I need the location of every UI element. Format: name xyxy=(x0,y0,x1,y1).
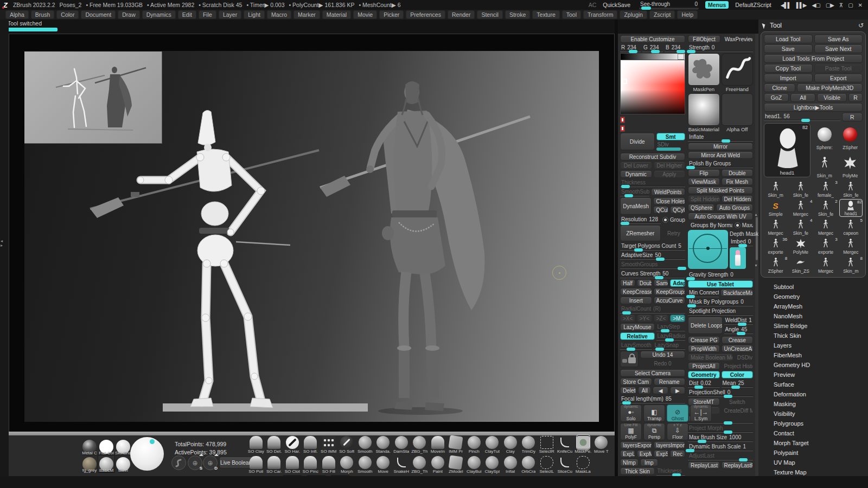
tool-thumbnail-skin-fe[interactable]: 4Skin_fe xyxy=(789,218,812,236)
dynamesh-button[interactable]: DynaMesh xyxy=(620,197,652,215)
menu-edit[interactable]: Edit xyxy=(178,10,196,19)
slider-handle[interactable] xyxy=(687,304,696,307)
dist-slider[interactable]: Dist0.02 xyxy=(688,380,720,388)
basicmaterial-thumbnail[interactable]: BasicMaterial xyxy=(688,93,720,132)
slider-handle[interactable] xyxy=(621,222,629,225)
material-skinsha[interactable]: SkinSha xyxy=(115,438,131,455)
section-preview[interactable]: Preview xyxy=(758,370,868,380)
mask-by-polygroups-slider[interactable]: Mask By Polygroups0 xyxy=(688,298,753,306)
x-button[interactable]: >X< xyxy=(620,314,635,322)
brush-claybui[interactable]: ClayBui xyxy=(465,455,483,475)
save-next-button[interactable]: Save Next xyxy=(814,44,863,53)
tool-thumbnail-capeon[interactable]: 5capeon xyxy=(839,218,863,236)
brush-morph[interactable]: Morph xyxy=(339,455,356,475)
color-button[interactable]: Color xyxy=(722,371,754,378)
projectall-button[interactable]: ProjectAll xyxy=(688,362,720,370)
brush-selectr[interactable]: SelectR xyxy=(538,435,556,455)
lightbox-tools-button[interactable]: Lightbox▶Tools xyxy=(764,103,863,112)
redo-0-button[interactable]: Redo 0 xyxy=(640,359,685,367)
depth-brush-icon[interactable] xyxy=(730,247,746,269)
section-geometry-hd[interactable]: Geometry HD xyxy=(758,360,868,370)
brush-movein[interactable]: MoveIn xyxy=(429,435,446,455)
tool-thumbnail-mergec[interactable]: Mergec xyxy=(764,218,787,236)
mean-slider[interactable]: Mean25 xyxy=(722,380,754,388)
crease-pg-button[interactable]: Crease PG xyxy=(688,336,720,344)
replaylast-button[interactable]: ReplayLast xyxy=(688,461,720,469)
b-slider[interactable]: B234 xyxy=(665,44,685,52)
menu-stencil[interactable]: Stencil xyxy=(477,10,503,19)
slider-handle[interactable] xyxy=(655,276,663,279)
slider-handle[interactable] xyxy=(656,258,665,261)
minimize-icon[interactable]: ⊼ xyxy=(837,2,845,8)
item-button[interactable]: ▶ xyxy=(670,387,685,394)
slider-handle[interactable] xyxy=(655,348,664,351)
section-morph-target[interactable]: Morph Target xyxy=(758,438,868,448)
tool-thumbnail-simple[interactable]: SSimple xyxy=(764,199,787,217)
section-subtool[interactable]: Subtool xyxy=(758,282,868,292)
tool-thumbnail-female[interactable]: 3female_ xyxy=(814,180,838,198)
brush-slicecu[interactable]: SliceCu xyxy=(557,455,574,475)
slider-handle[interactable] xyxy=(686,277,695,280)
layersimport-button[interactable]: layersImport xyxy=(654,441,686,449)
close-holes-button[interactable]: Close Holes xyxy=(653,197,685,205)
keepgroups-button[interactable]: KeepGroups xyxy=(654,288,686,296)
adaptivesize-slider[interactable]: AdaptiveSize50 xyxy=(620,252,685,260)
same-button[interactable]: Same xyxy=(654,279,669,287)
freehand-thumbnail[interactable]: FreeHand xyxy=(722,53,754,92)
project-morph-slider[interactable]: Project Morph xyxy=(688,425,753,433)
color-picker[interactable] xyxy=(620,53,685,114)
double-button[interactable]: Double xyxy=(637,279,652,287)
value-strip[interactable] xyxy=(620,53,685,60)
radialcount-slider[interactable]: RadialCount(R) xyxy=(620,305,685,313)
section-arraymesh[interactable]: ArrayMesh xyxy=(758,301,868,311)
save-as-button[interactable]: Save As xyxy=(814,35,863,43)
creatediff-mes-button[interactable]: CreateDiff Mes xyxy=(722,407,754,414)
select-camera-button[interactable]: Select Camera xyxy=(620,369,685,377)
save-button[interactable]: Save xyxy=(764,44,813,53)
brush-snakeh[interactable]: SnakeH xyxy=(393,455,410,475)
menu-material[interactable]: Material xyxy=(322,10,351,19)
y-button[interactable]: >Y< xyxy=(637,314,652,322)
dsdiv-button[interactable]: DSDiv xyxy=(735,354,753,361)
auto-groups-with-uv-button[interactable]: Auto Groups With UV xyxy=(688,213,753,220)
export-button[interactable]: Export xyxy=(814,74,863,82)
section-nanomesh[interactable]: NanoMesh xyxy=(758,311,868,321)
head1-slider[interactable]: head1.56 xyxy=(764,113,840,121)
viewmask-button[interactable]: ViewMask xyxy=(688,178,720,185)
backfacemask-button[interactable]: BackfaceMask xyxy=(720,289,753,297)
z-button[interactable]: >Z< xyxy=(654,314,669,322)
active-tool-thumbnail[interactable]: 82 head1 xyxy=(764,123,810,177)
section-polygroups[interactable]: Polygroups xyxy=(758,419,868,428)
tray-collapse-right-icon[interactable]: ▌▌▶ xyxy=(794,2,809,8)
dynamic-button[interactable]: Dynamic xyxy=(620,170,652,178)
apply-button[interactable]: Apply xyxy=(654,170,686,178)
restore-icon[interactable]: ▢ xyxy=(845,2,855,8)
brush-knifecu[interactable]: KnifeCu xyxy=(557,435,574,455)
r-button[interactable]: R xyxy=(848,93,863,102)
lazysmooth-slider[interactable]: LazySmooth xyxy=(620,342,652,350)
lazymouse-button[interactable]: LazyMouse xyxy=(620,323,655,331)
tool-thumbnail-skin-zs[interactable]: Skin_ZS xyxy=(789,256,812,274)
tool-thumbnail-zspher[interactable]: ZSpher xyxy=(838,123,863,150)
polyf-toggle[interactable]: Line Fill▦PolyF xyxy=(620,423,642,440)
quicksave-button[interactable]: QuickSave xyxy=(601,2,633,8)
zremesher-button[interactable]: ZRemesher xyxy=(620,225,661,241)
reconstruct-subdiv-button[interactable]: Reconstruct Subdiv xyxy=(620,153,685,160)
section-surface[interactable]: Surface xyxy=(758,380,868,389)
tool-thumbnail-skin-fe[interactable]: 2Skin_fe xyxy=(814,199,838,217)
slider-handle[interactable] xyxy=(737,332,745,335)
half-button[interactable]: Half xyxy=(620,279,635,287)
undo-14-button[interactable]: Undo 14 xyxy=(640,351,685,358)
copy-tool-button[interactable]: Copy Tool xyxy=(764,64,813,73)
slider-handle[interactable] xyxy=(665,338,674,342)
slider-handle[interactable] xyxy=(738,323,746,326)
r-button[interactable]: R xyxy=(842,113,863,121)
item-button[interactable]: ◀ xyxy=(653,387,668,394)
slider-handle[interactable] xyxy=(698,440,706,443)
lock-camera-icon[interactable] xyxy=(620,351,639,367)
smt-button[interactable]: Smt xyxy=(656,133,686,140)
make-boolean-mesh-button[interactable]: Make Boolean Mesh xyxy=(688,354,733,361)
fillobject-button[interactable]: FillObject xyxy=(688,35,720,43)
sculptris-pro-icon[interactable] xyxy=(171,455,186,470)
brush-imm-pr[interactable]: IMM Pr xyxy=(448,435,465,455)
